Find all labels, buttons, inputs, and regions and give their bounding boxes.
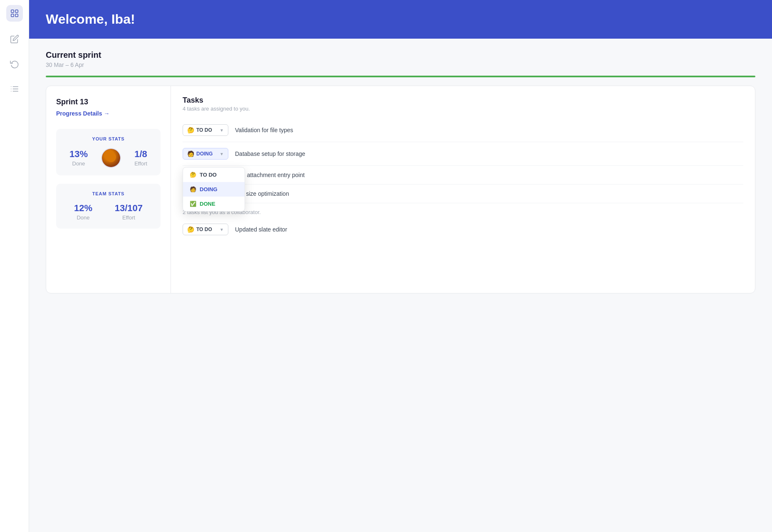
todo-emoji-1: 🤔 xyxy=(187,127,194,133)
dropdown-done-emoji: ✅ xyxy=(190,201,196,207)
dropdown-done-label: DONE xyxy=(200,201,215,207)
task-name-2: Database setup for storage xyxy=(235,150,743,157)
team-done-stat: 12% Done xyxy=(74,203,92,221)
avatar-image xyxy=(102,149,120,167)
collab-task-row-1: 🤔 TO DO ▼ Updated slate editor xyxy=(183,218,743,241)
content-area: Current sprint 30 Mar – 6 Apr Sprint 13 … xyxy=(29,39,772,305)
task-row-3: Add attachment entry point xyxy=(183,166,743,185)
dropdown-item-done[interactable]: ✅ DONE xyxy=(183,197,245,211)
sidebar xyxy=(0,0,29,532)
doing-label-2: DOING xyxy=(196,151,213,157)
collab-todo-label-1: TO DO xyxy=(196,227,212,232)
your-stats-section: YOUR STATS 13% Done 1/8 Effort xyxy=(56,129,161,175)
doing-emoji-2: 🧑 xyxy=(187,150,194,157)
dropdown-item-doing[interactable]: 🧑 DOING xyxy=(183,182,245,197)
collab-todo-arrow-1: ▼ xyxy=(220,227,224,232)
main-content: Welcome, Iba! Current sprint 30 Mar – 6 … xyxy=(29,0,772,532)
list-nav-icon[interactable] xyxy=(7,81,22,96)
welcome-banner: Welcome, Iba! xyxy=(29,0,772,39)
sprint-header: Current sprint 30 Mar – 6 Apr xyxy=(46,50,755,68)
task-row-doing: 🧑 DOING ▼ Database setup for storage 🤔 T… xyxy=(183,142,743,166)
collab-task-name-1: Updated slate editor xyxy=(235,226,743,233)
team-effort-stat: 13/107 Effort xyxy=(115,203,143,221)
avatar xyxy=(101,148,121,168)
tasks-header: Tasks 4 tasks are assigned to you. xyxy=(183,96,743,112)
your-effort-label: Effort xyxy=(134,160,147,167)
status-dropdown: 🤔 TO DO 🧑 DOING ✅ DONE xyxy=(183,167,245,212)
collab-todo-emoji-1: 🤔 xyxy=(187,226,194,233)
svg-rect-1 xyxy=(15,10,17,12)
svg-rect-2 xyxy=(11,14,13,17)
your-effort-stat: 1/8 Effort xyxy=(134,149,147,167)
dropdown-todo-label: TO DO xyxy=(200,172,217,178)
your-done-value: 13% xyxy=(69,149,88,160)
sprint-card: Sprint 13 Progress Details → YOUR STATS … xyxy=(46,86,755,293)
team-done-label: Done xyxy=(77,214,89,221)
tasks-subtitle: 4 tasks are assigned to you. xyxy=(183,106,743,112)
todo-arrow-1: ▼ xyxy=(220,128,224,133)
team-effort-value: 13/107 xyxy=(115,203,143,214)
your-stats-label: YOUR STATS xyxy=(63,136,154,141)
team-stats-label: TEAM STATS xyxy=(63,191,154,196)
sprint-left-panel: Sprint 13 Progress Details → YOUR STATS … xyxy=(46,86,171,293)
task-row-4: File size optimization xyxy=(183,185,743,203)
task-name-1: Validation for file types xyxy=(235,127,743,133)
current-sprint-title: Current sprint xyxy=(46,50,755,60)
task-row: 🤔 TO DO ▼ Validation for file types xyxy=(183,118,743,142)
task-name-3: Add attachment entry point xyxy=(235,172,743,178)
sprint-dates: 30 Mar – 6 Apr xyxy=(46,62,755,68)
collaborator-subtitle: 2 tasks list you as a collaborator. xyxy=(183,203,743,218)
welcome-title: Welcome, Iba! xyxy=(46,12,755,27)
progress-details-link[interactable]: Progress Details → xyxy=(56,110,109,117)
todo-label-1: TO DO xyxy=(196,127,212,133)
tasks-title: Tasks xyxy=(183,96,743,105)
team-stats-row: 12% Done 13/107 Effort xyxy=(63,203,154,221)
edit-nav-icon[interactable] xyxy=(7,32,22,47)
history-nav-icon[interactable] xyxy=(7,57,22,71)
doing-arrow-2: ▼ xyxy=(220,152,224,156)
team-effort-label: Effort xyxy=(122,214,135,221)
dropdown-doing-emoji: 🧑 xyxy=(190,186,196,192)
dropdown-doing-label: DOING xyxy=(200,186,218,192)
sprint-name: Sprint 13 xyxy=(56,98,161,106)
your-done-label: Done xyxy=(72,160,85,167)
status-badge-todo-1[interactable]: 🤔 TO DO ▼ xyxy=(183,124,228,136)
team-done-value: 12% xyxy=(74,203,92,214)
your-effort-value: 1/8 xyxy=(134,149,147,160)
logo-icon[interactable] xyxy=(6,5,23,22)
status-badge-collab-1[interactable]: 🤔 TO DO ▼ xyxy=(183,224,228,235)
team-stats-section: TEAM STATS 12% Done 13/107 Effort xyxy=(56,184,161,229)
dropdown-item-todo[interactable]: 🤔 TO DO xyxy=(183,167,245,182)
svg-rect-3 xyxy=(15,14,17,17)
your-done-stat: 13% Done xyxy=(69,149,88,167)
svg-rect-0 xyxy=(11,10,13,12)
your-stats-row: 13% Done 1/8 Effort xyxy=(63,148,154,168)
task-name-4: File size optimization xyxy=(235,190,743,197)
sprint-right-panel: Tasks 4 tasks are assigned to you. 🤔 TO … xyxy=(171,86,755,293)
status-badge-doing-2[interactable]: 🧑 DOING ▼ xyxy=(183,148,228,160)
green-divider xyxy=(46,76,755,77)
dropdown-todo-emoji: 🤔 xyxy=(190,172,196,178)
